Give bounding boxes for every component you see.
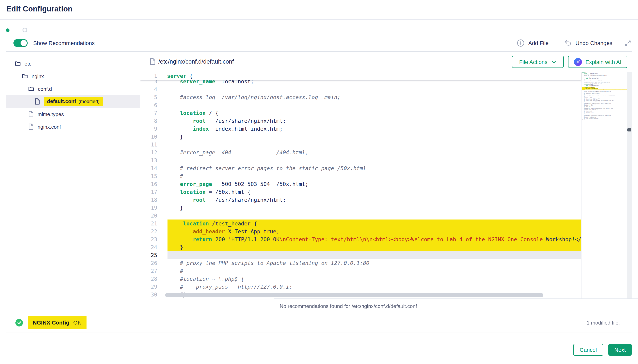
line-number: 13 bbox=[140, 156, 166, 164]
line-content bbox=[166, 101, 581, 109]
line-content: } bbox=[166, 133, 581, 140]
line-content: # redirect server error pages to the sta… bbox=[166, 164, 581, 172]
code-line-21[interactable]: 21 location /test_header { bbox=[140, 220, 581, 228]
toolbar-right: Add File Undo Changes bbox=[517, 39, 632, 47]
undo-icon bbox=[563, 39, 572, 47]
code-line-15[interactable]: 15 # bbox=[140, 172, 581, 180]
line-number: 29 bbox=[140, 283, 166, 290]
line-number: 25 bbox=[140, 251, 166, 259]
code-line-14[interactable]: 14 # redirect server error pages to the … bbox=[140, 164, 581, 172]
minimap-line: return 200 'HTTP/1.1 200 OK\nContent-Typ… bbox=[582, 89, 627, 90]
vertical-scrollbar-thumb[interactable] bbox=[627, 128, 631, 132]
tree-item-nginx[interactable]: nginx bbox=[6, 70, 140, 82]
add-file-button[interactable]: Add File bbox=[517, 39, 548, 47]
code-editor[interactable]: 3 server_name localhost;45 #access_log /… bbox=[140, 72, 632, 298]
code-line-12[interactable]: 12 #error_page 404 /404.html; bbox=[140, 148, 581, 156]
explain-with-ai-button[interactable]: Explain with AI bbox=[568, 56, 627, 68]
step-1-dot[interactable] bbox=[6, 28, 10, 32]
edit-configuration-dialog: Edit Configuration Show Recommendations … bbox=[0, 0, 638, 364]
nginx-config-label: NGINX Config bbox=[33, 320, 69, 326]
line-number: 26 bbox=[140, 259, 166, 267]
line-content: root /usr/share/nginx/html; bbox=[166, 196, 581, 204]
cancel-button[interactable]: Cancel bbox=[573, 344, 603, 356]
code-line-7[interactable]: 7 location / { bbox=[140, 109, 581, 117]
code-line-6[interactable]: 6 bbox=[140, 101, 581, 109]
code-line-20[interactable]: 20 bbox=[140, 212, 581, 220]
line-content bbox=[166, 140, 581, 148]
line-content: # bbox=[166, 267, 581, 275]
code-line-29[interactable]: 29 # proxy_pass http://127.0.0.1; bbox=[140, 283, 581, 290]
code-line-27[interactable]: 27 # bbox=[140, 267, 581, 275]
code-line-5[interactable]: 5 #access_log /var/log/nginx/host.access… bbox=[140, 93, 581, 101]
nginx-config-status: OK bbox=[73, 320, 81, 326]
code-line-11[interactable]: 11 bbox=[140, 140, 581, 148]
expand-dialog-button[interactable] bbox=[624, 39, 632, 47]
tree-item-conf-d[interactable]: conf.d bbox=[6, 82, 140, 95]
add-file-label: Add File bbox=[528, 40, 548, 46]
code-line-4[interactable]: 4 bbox=[140, 85, 581, 93]
line-content: add_header X-Test-App true; bbox=[166, 228, 581, 235]
line-number: 8 bbox=[140, 117, 166, 125]
step-2-dot[interactable] bbox=[23, 28, 27, 32]
recommendations-message: No recommendations found for /etc/nginx/… bbox=[280, 303, 417, 309]
file-tree: etcnginxconf.ddefault.conf(modified)mime… bbox=[6, 52, 140, 313]
code-line-10[interactable]: 10 } bbox=[140, 133, 581, 140]
tree-item-default-conf[interactable]: default.conf(modified) bbox=[6, 95, 140, 108]
status-bar: NGINX Config OK 1 modified file. bbox=[6, 313, 632, 332]
line-number: 28 bbox=[140, 275, 166, 283]
code-line-8[interactable]: 8 root /usr/share/nginx/html; bbox=[140, 117, 581, 125]
code-lines: 3 server_name localhost;45 #access_log /… bbox=[140, 78, 581, 298]
line-number: 19 bbox=[140, 204, 166, 212]
horizontal-scrollbar-thumb[interactable] bbox=[165, 293, 543, 297]
line-number: 20 bbox=[140, 212, 166, 220]
code-line-23[interactable]: 23 return 200 'HTTP/1.1 200 OK\nContent-… bbox=[140, 235, 581, 243]
line-number: 10 bbox=[140, 133, 166, 140]
undo-changes-button[interactable]: Undo Changes bbox=[563, 39, 612, 47]
code-line-17[interactable]: 17 location = /50x.html { bbox=[140, 188, 581, 196]
file-icon bbox=[29, 111, 34, 117]
toolbar: Show Recommendations Add File Undo Chang… bbox=[14, 37, 632, 49]
code-line-9[interactable]: 9 index index.html index.htm; bbox=[140, 125, 581, 133]
line-number: 12 bbox=[140, 148, 166, 156]
line-number: 7 bbox=[140, 109, 166, 117]
code-line-28[interactable]: 28 #location ~ \.php$ { bbox=[140, 275, 581, 283]
next-button[interactable]: Next bbox=[608, 344, 632, 356]
line-number: 22 bbox=[140, 228, 166, 235]
line-number: 23 bbox=[140, 235, 166, 243]
file-icon bbox=[35, 98, 40, 104]
line-number: 16 bbox=[140, 180, 166, 188]
file-actions-button[interactable]: File Actions bbox=[512, 56, 564, 68]
editor-minimap[interactable]: server { listen 80 default_server; serve… bbox=[581, 72, 627, 298]
page-title: Edit Configuration bbox=[6, 5, 73, 14]
show-recommendations-toggle[interactable] bbox=[14, 39, 28, 47]
check-circle-icon bbox=[16, 319, 23, 326]
line-content: location = /50x.html { bbox=[166, 188, 581, 196]
line-number: 27 bbox=[140, 267, 166, 275]
line-number: 17 bbox=[140, 188, 166, 196]
line-content: return 200 'HTTP/1.1 200 OK\nContent-Typ… bbox=[166, 235, 581, 243]
code-line-13[interactable]: 13 bbox=[140, 156, 581, 164]
tree-item-nginx-conf[interactable]: nginx.conf bbox=[6, 120, 140, 133]
code-line-26[interactable]: 26 # proxy the PHP scripts to Apache lis… bbox=[140, 259, 581, 267]
code-line-25[interactable]: 25 bbox=[140, 251, 581, 259]
folder-icon bbox=[15, 61, 21, 66]
line-content: location / { bbox=[166, 109, 581, 117]
tree-item-label: default.conf bbox=[47, 97, 76, 106]
line-number: 9 bbox=[140, 125, 166, 133]
code-line-18[interactable]: 18 root /usr/share/nginx/html; bbox=[140, 196, 581, 204]
expand-icon bbox=[624, 39, 632, 47]
line-number: 15 bbox=[140, 172, 166, 180]
vertical-scrollbar[interactable] bbox=[627, 72, 632, 298]
line-number: 5 bbox=[140, 93, 166, 101]
editor-header: /etc/nginx/conf.d/default.conf File Acti… bbox=[140, 52, 632, 72]
code-line-16[interactable]: 16 error_page 500 502 503 504 /50x.html; bbox=[140, 180, 581, 188]
code-line-24[interactable]: 24 } bbox=[140, 243, 581, 251]
folder-icon bbox=[22, 74, 28, 78]
code-line-19[interactable]: 19 } bbox=[140, 204, 581, 212]
code-line-22[interactable]: 22 add_header X-Test-App true; bbox=[140, 228, 581, 235]
toggle-knob bbox=[21, 40, 27, 46]
tree-item-label: mime.types bbox=[38, 111, 64, 117]
tree-item-etc[interactable]: etc bbox=[6, 57, 140, 70]
line-content: # proxy_pass http://127.0.0.1; bbox=[166, 283, 581, 290]
tree-item-mime-types[interactable]: mime.types bbox=[6, 108, 140, 120]
